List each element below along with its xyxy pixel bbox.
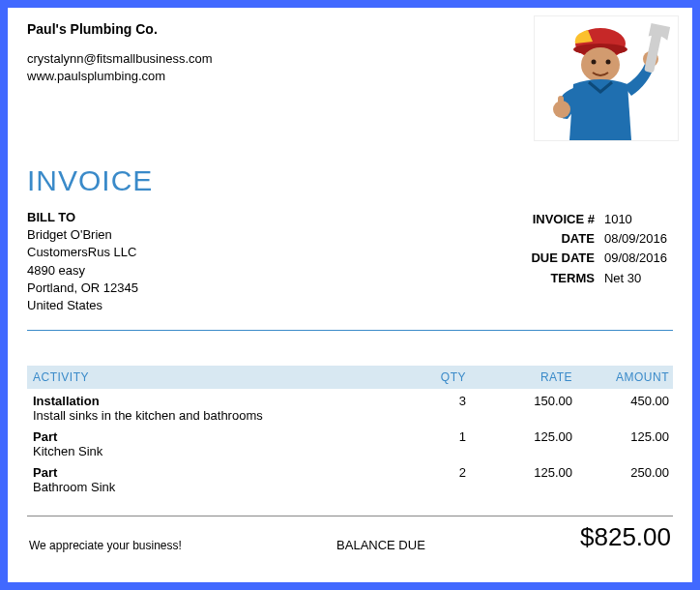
invoice-title: INVOICE	[27, 164, 673, 197]
item-name: Part	[33, 465, 398, 480]
item-rate: 150.00	[466, 394, 572, 423]
item-amount: 125.00	[572, 429, 669, 458]
invoice-document: Paul's Plumbing Co. crystalynn@fitsmallb…	[8, 8, 692, 582]
item-amount: 450.00	[572, 394, 669, 423]
invoice-date: 08/09/2016	[600, 230, 671, 248]
meta-row: BILL TO Bridget O'Brien CustomersRus LLC…	[27, 209, 673, 314]
line-item: InstallationInstall sinks in the kitchen…	[27, 389, 673, 425]
items-body: InstallationInstall sinks in the kitchen…	[27, 389, 673, 496]
col-qty-header: QTY	[398, 370, 466, 384]
item-qty: 1	[398, 429, 466, 458]
item-desc: Install sinks in the kitchen and bathroo…	[33, 408, 398, 423]
divider	[27, 330, 673, 331]
header: Paul's Plumbing Co. crystalynn@fitsmallb…	[27, 21, 673, 147]
bill-to-street: 4890 easy	[27, 262, 138, 280]
invoice-number-label: INVOICE #	[527, 211, 598, 228]
line-item: PartBathroom Sink2125.00250.00	[27, 460, 673, 496]
item-qty: 3	[398, 394, 466, 423]
invoice-number: 1010	[600, 211, 671, 228]
item-desc: Kitchen Sink	[33, 444, 398, 458]
item-activity: PartKitchen Sink	[31, 429, 398, 458]
bill-to-label: BILL TO	[27, 209, 138, 226]
due-date-label: DUE DATE	[527, 250, 598, 267]
item-activity: PartBathroom Sink	[31, 465, 398, 494]
bill-to-country: United States	[27, 297, 138, 314]
col-rate-header: RATE	[466, 370, 572, 384]
line-item: PartKitchen Sink1125.00125.00	[27, 425, 673, 460]
item-desc: Bathroom Sink	[33, 480, 398, 494]
bill-to-city: Portland, OR 12345	[27, 280, 138, 297]
item-rate: 125.00	[466, 465, 572, 494]
svg-point-2	[581, 47, 620, 82]
col-amount-header: AMOUNT	[572, 370, 669, 384]
items-header: ACTIVITY QTY RATE AMOUNT	[27, 366, 673, 389]
svg-point-4	[606, 60, 611, 65]
item-amount: 250.00	[572, 465, 669, 494]
company-logo	[534, 15, 679, 141]
footer: We appreciate your business! BALANCE DUE…	[27, 516, 673, 552]
item-activity: InstallationInstall sinks in the kitchen…	[31, 394, 398, 423]
item-name: Installation	[33, 394, 398, 408]
col-activity-header: ACTIVITY	[31, 370, 398, 384]
terms-label: TERMS	[527, 270, 598, 287]
svg-rect-6	[558, 96, 564, 107]
item-name: Part	[33, 429, 398, 444]
balance-due-amount: $825.00	[580, 522, 671, 552]
item-rate: 125.00	[466, 429, 572, 458]
bill-to-company: CustomersRus LLC	[27, 244, 138, 261]
invoice-date-label: DATE	[527, 230, 598, 248]
invoice-meta: INVOICE # 1010 DATE 08/09/2016 DUE DATE …	[525, 209, 673, 314]
due-date: 09/08/2016	[600, 250, 671, 267]
footer-note: We appreciate your business!	[29, 539, 182, 552]
svg-point-3	[592, 60, 597, 65]
bill-to-name: Bridget O'Brien	[27, 226, 138, 244]
terms: Net 30	[600, 270, 671, 287]
bill-to-block: BILL TO Bridget O'Brien CustomersRus LLC…	[27, 209, 138, 314]
item-qty: 2	[398, 465, 466, 494]
balance-due-label: BALANCE DUE	[336, 538, 425, 552]
